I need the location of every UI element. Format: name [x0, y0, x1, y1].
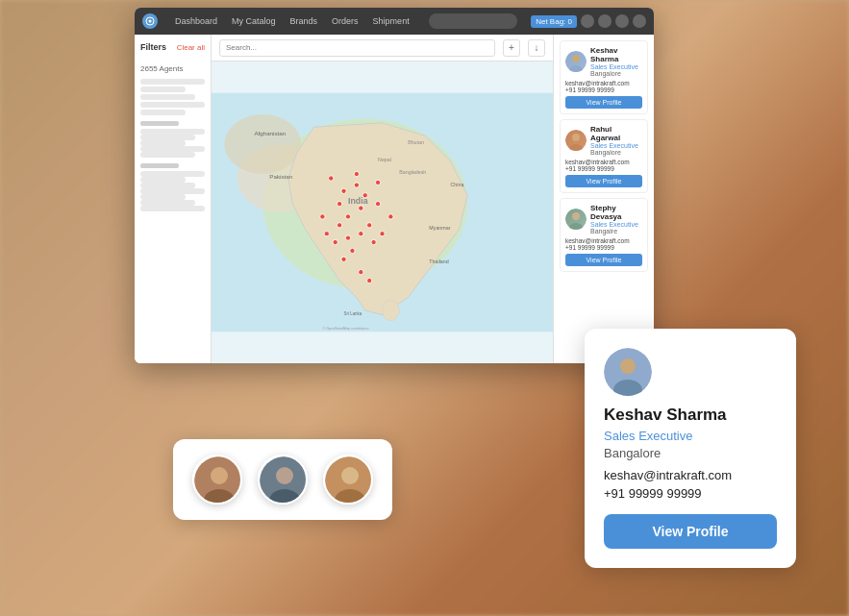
profile-phone: +91 99999 99999: [604, 486, 777, 501]
svg-point-52: [276, 467, 293, 484]
svg-point-42: [572, 55, 580, 62]
nav-brands[interactable]: Brands: [285, 14, 324, 28]
agent-card-3: Stephy Devasya Sales Executive Bangalre …: [560, 198, 648, 272]
avatar-rahul: [565, 130, 587, 151]
avatar-3[interactable]: [323, 455, 373, 505]
agent-name: Rahul Agarwal: [590, 125, 642, 142]
filter-group-2: [140, 163, 205, 211]
profile-location: Bangalore: [604, 446, 777, 460]
svg-point-45: [569, 144, 583, 151]
browser-window: Dashboard My Catalog Brands Orders Shipm…: [135, 8, 654, 363]
svg-point-22: [362, 193, 367, 198]
profile-card: Keshav Sharma Sales Executive Bangalore …: [585, 329, 796, 568]
agent-phone: +91 99999 99999: [565, 86, 642, 93]
map-svg: Afghanistan Pakistan India Myanmar Thail…: [212, 62, 553, 363]
agent-role: Sales Executive: [590, 63, 642, 70]
profile-name: Keshav Sharma: [604, 406, 777, 425]
agent-phone: +91 99999 99999: [565, 244, 642, 251]
svg-point-21: [359, 206, 363, 210]
view-profile-button-1[interactable]: View Profile: [565, 96, 642, 109]
download-icon[interactable]: ↓: [528, 39, 545, 57]
svg-point-26: [345, 235, 350, 240]
avatar-keshav: [565, 51, 587, 72]
agent-details: Keshav Sharma Sales Executive Bangalore: [590, 46, 642, 77]
help-icon[interactable]: [598, 14, 612, 28]
profile-view-button[interactable]: View Profile: [604, 514, 777, 549]
svg-text:China: China: [451, 182, 464, 187]
svg-point-20: [345, 214, 350, 219]
svg-point-44: [572, 134, 580, 141]
agent-info-row: Stephy Devasya Sales Executive Bangalre: [565, 204, 642, 234]
filter-group: [140, 121, 205, 158]
filter-item[interactable]: [140, 79, 205, 85]
filter-item[interactable]: [140, 102, 205, 108]
svg-point-5: [224, 114, 301, 174]
agent-phone: +91 99999 99999: [565, 165, 642, 172]
nav-tabs: Dashboard My Catalog Brands Orders Shipm…: [169, 14, 415, 28]
svg-point-43: [569, 65, 583, 72]
svg-text:Sri Lanka: Sri Lanka: [344, 311, 362, 316]
svg-point-17: [329, 176, 334, 181]
svg-point-49: [211, 467, 228, 484]
filter-item[interactable]: [140, 110, 186, 115]
cart-icon[interactable]: [581, 14, 594, 28]
agent-card-2: Rahul Agarwal Sales Executive Bangalore …: [560, 119, 648, 193]
svg-text:Afghanistan: Afghanistan: [254, 130, 286, 136]
nav-dashboard[interactable]: Dashboard: [169, 14, 223, 28]
agent-location: Bangalore: [590, 70, 642, 77]
svg-text:Myanmar: Myanmar: [429, 225, 450, 231]
filter-item[interactable]: [140, 86, 186, 92]
avatar-group-card: [173, 439, 392, 520]
svg-point-38: [324, 232, 329, 236]
svg-point-28: [333, 239, 337, 244]
cart-button[interactable]: Net Bag: 0: [531, 15, 577, 28]
filter-group-label: [140, 121, 179, 126]
agent-card-1: Keshav Sharma Sales Executive Bangalore …: [560, 40, 648, 114]
svg-point-58: [620, 358, 636, 374]
nav-shipment[interactable]: Shipment: [367, 14, 415, 28]
avatar-1[interactable]: [192, 455, 242, 505]
filter-item[interactable]: [140, 206, 205, 211]
left-sidebar: Filters Clear all 2655 Agents: [135, 35, 212, 363]
agent-role: Sales Executive: [590, 142, 642, 149]
agent-info-row: Keshav Sharma Sales Executive Bangalore: [565, 46, 642, 77]
profile-role: Sales Executive: [604, 429, 777, 443]
svg-point-37: [320, 214, 325, 219]
browser-topbar: Dashboard My Catalog Brands Orders Shipm…: [135, 8, 654, 35]
agent-count: 2655 Agents: [140, 64, 183, 73]
svg-text:Bangladesh: Bangladesh: [399, 169, 426, 175]
nav-catalog[interactable]: My Catalog: [226, 14, 282, 28]
brand-icon: [142, 13, 158, 29]
agent-location: Bangalore: [590, 149, 642, 156]
filter-item[interactable]: [140, 152, 195, 158]
agent-name: Stephy Devasya: [590, 204, 642, 221]
svg-point-30: [341, 257, 346, 261]
svg-text:© OpenStreetMap contributors: © OpenStreetMap contributors: [322, 327, 368, 331]
agent-location: Bangalre: [590, 228, 642, 234]
profile-email: keshav@intrakraft.com: [604, 468, 777, 482]
svg-point-35: [375, 180, 380, 185]
browser-content: Filters Clear all 2655 Agents: [135, 35, 654, 363]
add-icon[interactable]: +: [503, 39, 520, 57]
sidebar-filters: [140, 79, 205, 211]
clear-all-button[interactable]: Clear all: [177, 43, 205, 52]
agent-details: Rahul Agarwal Sales Executive Bangalore: [590, 125, 642, 156]
india-map[interactable]: Afghanistan Pakistan India Myanmar Thail…: [212, 62, 553, 363]
svg-point-27: [337, 223, 341, 228]
nav-orders[interactable]: Orders: [326, 14, 364, 28]
svg-point-34: [375, 201, 380, 206]
map-toolbar: + ↓: [212, 35, 553, 62]
browser-search[interactable]: [429, 13, 518, 29]
filter-item[interactable]: [140, 94, 195, 100]
map-search-input[interactable]: [219, 39, 495, 57]
svg-point-19: [337, 201, 341, 206]
user-icon[interactable]: [633, 14, 646, 28]
svg-point-1: [149, 20, 152, 23]
view-profile-button-2[interactable]: View Profile: [565, 175, 642, 187]
view-profile-button-3[interactable]: View Profile: [565, 254, 642, 266]
svg-point-55: [341, 467, 359, 484]
agent-role: Sales Executive: [590, 221, 642, 228]
avatar-2[interactable]: [258, 455, 308, 505]
bell-icon[interactable]: [615, 14, 629, 28]
main-map-area: + ↓: [212, 35, 553, 363]
